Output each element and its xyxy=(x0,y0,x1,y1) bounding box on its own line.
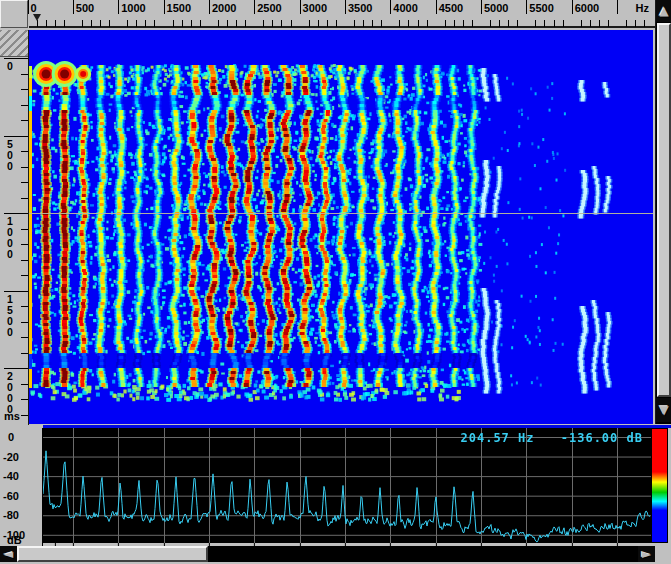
db-axis-label: -60 xyxy=(3,490,19,502)
minor-tick xyxy=(445,20,446,27)
ruler-hatch xyxy=(0,30,28,57)
minor-tick xyxy=(272,20,273,27)
minor-tick xyxy=(21,306,28,307)
major-tick xyxy=(209,0,210,14)
db-axis-label: -40 xyxy=(3,470,19,482)
minor-tick xyxy=(21,353,28,354)
minor-tick xyxy=(109,20,110,27)
frequency-tick-label: 0 xyxy=(31,2,37,14)
minor-tick xyxy=(399,20,400,27)
minor-tick xyxy=(145,20,146,27)
minor-tick xyxy=(263,20,264,27)
minor-tick xyxy=(508,20,509,27)
major-tick xyxy=(254,0,255,14)
minor-tick xyxy=(318,20,319,27)
minor-tick xyxy=(372,20,373,27)
horizontal-scrollbar-thumb[interactable] xyxy=(17,546,208,562)
minor-tick xyxy=(21,182,28,183)
frequency-tick-label: 4000 xyxy=(393,2,417,14)
minor-tick xyxy=(21,167,28,168)
minor-tick xyxy=(200,20,201,27)
minor-tick xyxy=(21,260,28,261)
scroll-left-button[interactable]: ◄ xyxy=(0,546,17,562)
minor-tick xyxy=(21,415,28,416)
minor-tick xyxy=(21,384,28,385)
major-tick xyxy=(4,213,28,214)
readout-level: -136.00 dB xyxy=(561,431,643,445)
minor-tick xyxy=(327,20,328,27)
frequency-tick-label: 4500 xyxy=(439,2,463,14)
scroll-right-button[interactable]: ► xyxy=(638,546,655,562)
minor-tick xyxy=(245,20,246,27)
minor-tick xyxy=(490,20,491,27)
time-tick-label: 1 0 0 0 xyxy=(7,216,13,260)
frequency-tick-label: 6000 xyxy=(575,2,599,14)
minor-tick xyxy=(517,20,518,27)
minor-tick xyxy=(127,20,128,27)
minor-tick xyxy=(635,20,636,27)
minor-tick xyxy=(136,20,137,27)
time-tick-label: 1 5 0 0 xyxy=(7,294,13,338)
horizontal-scrollbar-track[interactable]: ◄ ► xyxy=(0,546,655,562)
minor-tick xyxy=(463,20,464,27)
minor-tick xyxy=(55,20,56,27)
minor-tick xyxy=(21,89,28,90)
app-window: Hz 0500100015002000250030003500400045005… xyxy=(0,0,671,564)
vertical-scrollbar-thumb[interactable] xyxy=(657,23,671,397)
vertical-scrollbar-track[interactable]: ▲ ▼ xyxy=(655,0,671,424)
minor-tick xyxy=(236,20,237,27)
minor-tick xyxy=(46,20,47,27)
time-tick-label: 2 0 0 0 xyxy=(7,371,13,415)
frequency-tick-label: 3500 xyxy=(348,2,372,14)
minor-tick xyxy=(21,275,28,276)
minor-tick xyxy=(182,20,183,27)
minor-tick xyxy=(535,20,536,27)
minor-tick xyxy=(21,229,28,230)
minor-tick xyxy=(21,151,28,152)
major-tick xyxy=(526,0,527,14)
scroll-up-button[interactable]: ▲ xyxy=(656,0,671,22)
major-tick xyxy=(4,58,28,59)
minor-tick xyxy=(590,20,591,27)
minor-tick xyxy=(21,74,28,75)
time-ruler: ms 05 0 01 0 0 01 5 0 02 0 0 0 xyxy=(0,30,29,425)
db-axis: 0-20-40-60-80-100dB xyxy=(0,428,43,546)
major-tick xyxy=(164,0,165,14)
minor-tick xyxy=(154,20,155,27)
frequency-unit-label: Hz xyxy=(636,2,649,14)
minor-tick xyxy=(21,337,28,338)
frequency-tick-label: 3000 xyxy=(303,2,327,14)
frequency-tick-label: 1000 xyxy=(121,2,145,14)
minor-tick xyxy=(418,20,419,27)
frequency-tick-label: 500 xyxy=(76,2,94,14)
frequency-marker-icon[interactable] xyxy=(33,14,41,21)
db-axis-unit: dB xyxy=(7,534,22,546)
minor-tick xyxy=(354,20,355,27)
minor-tick xyxy=(644,20,645,27)
color-scale xyxy=(651,428,668,543)
frequency-tick-label: 2500 xyxy=(257,2,281,14)
db-axis-label: 0 xyxy=(8,431,14,443)
minor-tick xyxy=(21,120,28,121)
minor-tick xyxy=(581,20,582,27)
db-axis-label: -80 xyxy=(3,509,19,521)
minor-tick xyxy=(100,20,101,27)
minor-tick xyxy=(21,322,28,323)
major-tick xyxy=(390,0,391,14)
minor-tick xyxy=(608,20,609,27)
minor-tick xyxy=(499,20,500,27)
spectrum-display[interactable] xyxy=(43,428,651,543)
minor-tick xyxy=(37,20,38,27)
spectrogram-display[interactable] xyxy=(29,30,653,424)
major-tick xyxy=(300,0,301,14)
frequency-tick-label: 2000 xyxy=(212,2,236,14)
frequency-ruler: Hz 0500100015002000250030003500400045005… xyxy=(29,0,655,28)
major-tick xyxy=(73,0,74,14)
major-tick xyxy=(481,0,482,14)
minor-tick xyxy=(454,20,455,27)
frequency-tick-label: 5500 xyxy=(529,2,553,14)
major-tick xyxy=(572,0,573,14)
scroll-down-button[interactable]: ▼ xyxy=(656,398,671,422)
minor-tick xyxy=(408,20,409,27)
minor-tick xyxy=(21,244,28,245)
